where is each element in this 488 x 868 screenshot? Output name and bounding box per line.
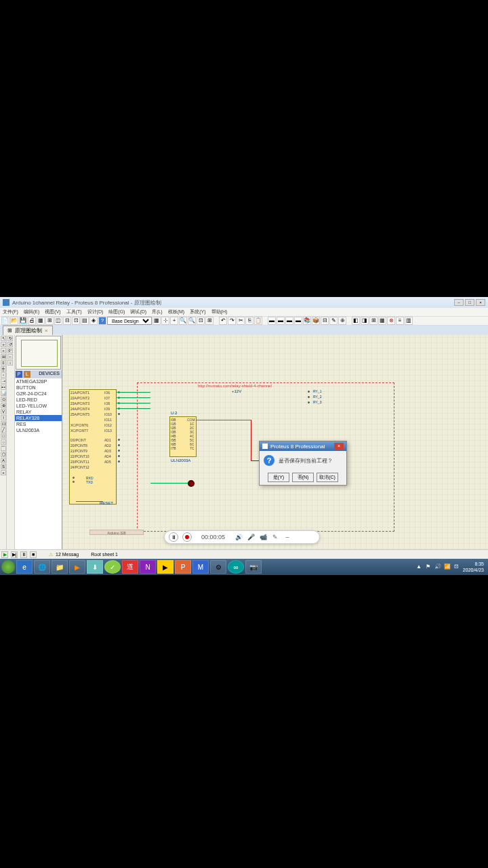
save-button[interactable]: 💾 [19,317,27,325]
minimize-icon[interactable]: – [283,534,291,540]
taskbar-app[interactable]: ⚙ [210,560,226,574]
menu-template[interactable]: 模板(M) [168,309,185,315]
taskbar-app[interactable]: ✓ [104,560,121,574]
help-button[interactable]: ? [98,317,106,325]
camera-icon[interactable]: 📹 [259,534,267,540]
block-c[interactable]: ▬ [285,317,293,325]
menu-edit[interactable]: 编辑(E) [24,309,39,315]
snap-button[interactable]: ⊹ [161,317,169,325]
subcircuit-tool[interactable]: ▫ [1,372,6,378]
menu-design[interactable]: 设计(D) [87,309,104,315]
tool-6[interactable]: ≡ [396,317,404,325]
messages-label[interactable]: 12 Messag [56,552,79,557]
grid-button[interactable]: ▦ [152,317,161,325]
zoom-out-button[interactable]: 🔍 [188,317,196,325]
pointer-tool[interactable]: ↖ [1,336,6,341]
device-item[interactable]: BUTTON [15,384,62,391]
clock[interactable]: 8:35 2020/4/23 [463,561,484,573]
text-tool[interactable]: ≡ [1,360,6,366]
taskbar-app[interactable]: N [140,560,156,574]
tool-3[interactable]: ⊞ [369,317,378,325]
graph-tool[interactable]: 📊 [1,391,6,396]
step-button[interactable]: ▶| [11,551,18,558]
stop-button[interactable]: ■ [30,551,37,558]
yes-button[interactable]: 是(Y) [268,473,289,482]
char-tool[interactable]: A [1,458,6,463]
device-item[interactable]: LED-YELLOW [15,403,62,409]
tab-close-icon[interactable]: × [45,328,48,334]
print-button[interactable]: 🖨 [28,317,36,325]
decomp-button[interactable]: ⊟ [321,317,329,325]
start-button[interactable] [1,560,15,574]
pause-sim-button[interactable]: ⏸ [20,551,27,558]
pen-icon[interactable]: ✎ [271,534,279,540]
taskbar-app[interactable]: e [16,560,33,574]
tab-schematic[interactable]: ⊞ 原理图绘制 × [3,326,53,335]
tool-2[interactable]: ◨ [361,317,369,325]
arc-tool[interactable]: ⌒ [1,446,6,451]
volume-icon[interactable]: 🔊 [235,534,243,540]
device-list[interactable]: ATMEGA328P BUTTON G2R-24-DC24 LED-RED LE… [15,378,62,549]
tool-x[interactable]: ✎ [329,317,338,325]
tool-5[interactable]: ⊗ [387,317,395,325]
copy-button[interactable]: ⎘ [245,317,253,325]
paste-button[interactable]: 📋 [254,317,262,325]
origin-button[interactable]: + [170,317,178,325]
menu-debug[interactable]: 调试(D) [130,309,146,315]
menu-graph[interactable]: 绘图(G) [108,309,125,315]
tool-4[interactable]: ▦ [378,317,386,325]
dialog-close-button[interactable]: × [334,443,344,450]
tray-icon[interactable]: ⚑ [425,564,432,570]
device-item[interactable]: LED-RED [15,397,62,403]
zoom-area-button[interactable]: ⊞ [205,317,214,325]
taskbar-app[interactable]: P [175,560,191,574]
schematic-canvas[interactable]: http://numato.com/relay-shield-4-channel… [62,335,488,549]
mirror-h[interactable]: ↔ [7,354,13,359]
pause-button[interactable]: ⏸ [169,532,178,542]
tape-tool[interactable]: ⊙ [1,397,6,402]
area-button[interactable]: ▦ [37,317,45,325]
close-button[interactable]: × [476,299,485,306]
menu-view[interactable]: 视图(V) [45,309,60,315]
junction-tool[interactable]: + [1,348,6,353]
dialog-titlebar[interactable]: Proteus 8 Professional × [260,441,346,451]
mirror-v[interactable]: ↕ [7,360,13,366]
no-button[interactable]: 否(N) [292,473,314,482]
taskbar-app[interactable]: 📷 [245,560,262,574]
gen-tool[interactable]: ⊕ [1,403,6,408]
menu-lib[interactable]: 库(L) [152,309,163,315]
cut-button[interactable]: ✂ [237,317,245,325]
tool-f[interactable]: ◈ [89,317,98,325]
path-tool[interactable]: ⬡ [1,452,6,457]
maximize-button[interactable]: □ [465,299,474,306]
block-a[interactable]: ▬ [268,317,276,325]
component-tool[interactable]: ▹ [1,342,6,347]
zoom-in-button[interactable]: 🔍 [179,317,187,325]
taskbar-app[interactable]: M [192,560,209,574]
mic-icon[interactable]: 🎤 [247,534,255,540]
tool-c[interactable]: ⊟ [63,317,71,325]
instrument-tool[interactable]: ⊡ [1,421,6,427]
pin-tool[interactable]: ⊷ [1,384,6,390]
taskbar-app[interactable]: ∞ [228,560,244,574]
block-d[interactable]: ▬ [294,317,302,325]
record-button[interactable] [182,532,192,542]
device-item[interactable]: ATMEGA328P [15,378,62,384]
device-item[interactable]: ULN2003A [15,427,62,433]
line-tool[interactable]: ╱ [1,427,6,433]
menu-system[interactable]: 系统(Y) [190,309,205,315]
terminal-tool[interactable]: ⊸ [1,378,6,384]
menu-tools[interactable]: 工具(T) [66,309,82,315]
design-selector[interactable]: Base Design [107,317,152,325]
new-button[interactable]: 📄 [1,317,9,325]
menu-help[interactable]: 帮助(H) [211,309,228,315]
taskbar-app[interactable]: ▶ [69,560,85,574]
taskbar-app[interactable]: 📁 [52,560,68,574]
tray-icon[interactable]: 📶 [444,564,451,570]
cancel-button[interactable]: 取消(C) [317,473,338,482]
device-item[interactable]: G2R-24-DC24 [15,391,62,397]
tool-a[interactable]: ⊞ [45,317,54,325]
lib-pick-button[interactable]: L [24,371,30,378]
redo-button[interactable]: ↷ [228,317,236,325]
label-tool[interactable]: ⊞ [1,354,6,359]
